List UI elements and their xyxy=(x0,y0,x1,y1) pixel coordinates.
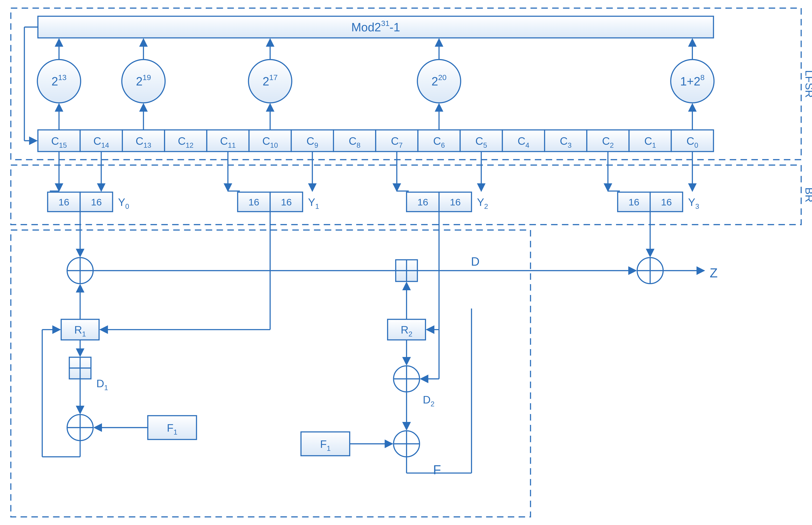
Y0: 1616Y0 xyxy=(48,152,129,211)
br-section: BR1616Y01616Y11616Y21616Y3 xyxy=(11,152,812,225)
xor-left xyxy=(67,415,93,440)
addbox-1 xyxy=(69,357,91,379)
cell-C9: C9 xyxy=(291,130,333,152)
cell-C6: C6 xyxy=(418,130,460,152)
cell-C5: C5 xyxy=(460,130,502,152)
addbox-top xyxy=(396,260,417,282)
svg-text:D: D xyxy=(471,255,480,268)
f-section: FR1D1F1DR2D2F1 xyxy=(11,211,530,517)
svg-text:Y0: Y0 xyxy=(118,196,129,210)
cell-C14: C14 xyxy=(80,130,122,152)
svg-text:16: 16 xyxy=(450,197,461,208)
svg-text:Y1: Y1 xyxy=(308,196,319,210)
svg-text:16: 16 xyxy=(91,197,102,208)
svg-text:D2: D2 xyxy=(423,394,434,408)
mod-label: Mod231-1 xyxy=(351,19,400,34)
svg-text:16: 16 xyxy=(58,197,69,208)
cell-C2: C2 xyxy=(587,130,629,152)
mult-0: 213 xyxy=(37,39,81,130)
svg-text:Z: Z xyxy=(710,266,718,280)
svg-text:16: 16 xyxy=(249,197,259,208)
svg-text:16: 16 xyxy=(281,197,292,208)
xor-top xyxy=(67,257,93,284)
cell-C8: C8 xyxy=(333,130,376,152)
Y3: 1616Y3 xyxy=(608,152,699,211)
svg-text:Y2: Y2 xyxy=(477,196,488,210)
cell-C11: C11 xyxy=(207,130,249,152)
lfsr-label: LFSR xyxy=(803,70,812,98)
cell-C1: C1 xyxy=(629,130,671,152)
cell-C10: C10 xyxy=(249,130,291,152)
cell-C0: C0 xyxy=(671,130,713,152)
svg-text:16: 16 xyxy=(417,197,428,208)
xor-right xyxy=(394,431,420,457)
Y2: 1616Y2 xyxy=(397,152,488,211)
cell-C7: C7 xyxy=(376,130,418,152)
mult-4: 1+28 xyxy=(671,39,714,130)
Y1: 1616Y1 xyxy=(228,152,319,211)
cell-C4: C4 xyxy=(502,130,544,152)
svg-text:16: 16 xyxy=(661,197,672,208)
output: Z xyxy=(530,211,718,284)
cell-C12: C12 xyxy=(165,130,207,152)
cell-C3: C3 xyxy=(544,130,587,152)
mult-3: 220 xyxy=(417,39,461,130)
svg-text:16: 16 xyxy=(628,197,639,208)
mult-1: 219 xyxy=(122,39,165,130)
cell-C15: C15 xyxy=(38,130,80,152)
svg-text:Y3: Y3 xyxy=(688,196,699,210)
xor-out xyxy=(637,257,663,284)
svg-text:D1: D1 xyxy=(96,377,108,392)
svg-text:F: F xyxy=(433,463,441,477)
xor-mid xyxy=(394,366,420,392)
mult-2: 217 xyxy=(249,39,292,130)
cell-C13: C13 xyxy=(122,130,164,152)
svg-text:BR: BR xyxy=(803,188,812,202)
lfsr-section: LFSRMod231-12132192172201+28C15C14C13C12… xyxy=(11,8,812,160)
